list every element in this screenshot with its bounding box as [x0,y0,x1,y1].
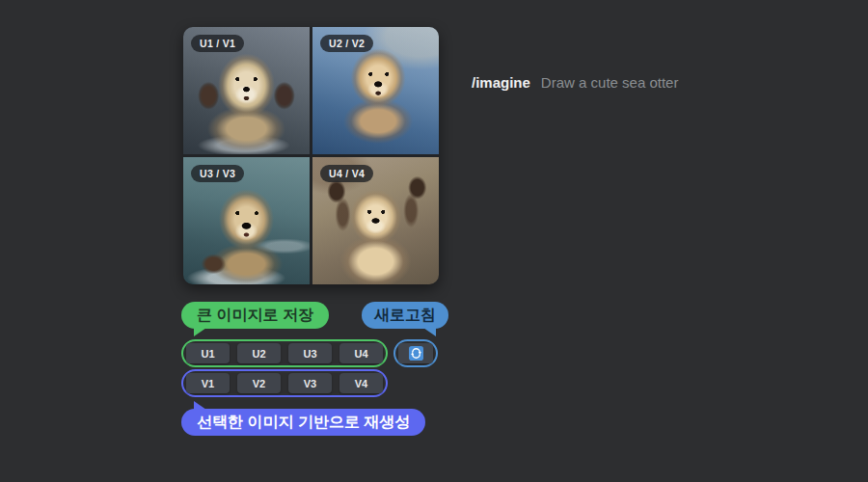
regenerate-callout: 선택한 이미지 기반으로 재생성 [181,409,425,436]
refresh-button-group [393,339,438,367]
image-badge-3: U3 / V3 [191,165,244,182]
prompt-line: /imagine Draw a cute sea otter [472,74,678,91]
prompt-text: Draw a cute sea otter [541,74,679,91]
upscale-button-u1[interactable]: U1 [186,343,230,363]
variation-button-v3[interactable]: V3 [288,373,332,393]
generated-image-2[interactable]: U2 / V2 [312,27,439,154]
upscale-button-u3[interactable]: U3 [288,343,332,363]
refresh-icon [409,346,423,361]
image-grid: U1 / V1 U2 / V2 U3 / V3 U4 / V4 [183,27,439,284]
imagine-command: /imagine [472,74,530,91]
upscale-button-u2[interactable]: U2 [237,343,281,363]
generated-image-3[interactable]: U3 / V3 [183,157,310,284]
image-badge-1: U1 / V1 [191,35,244,52]
canvas: { "prompt": { "command": "/imagine", "te… [0,0,868,482]
save-callout: 큰 이미지로 저장 [181,302,329,329]
image-badge-4: U4 / V4 [320,165,373,182]
image-badge-2: U2 / V2 [320,35,373,52]
variation-button-v2[interactable]: V2 [237,373,281,393]
variation-button-row: V1 V2 V3 V4 [181,369,388,397]
refresh-button[interactable] [398,343,433,363]
generated-image-4[interactable]: U4 / V4 [312,157,439,284]
generated-image-1[interactable]: U1 / V1 [183,27,310,154]
upscale-button-u4[interactable]: U4 [339,343,383,363]
refresh-callout: 새로고침 [362,302,448,329]
variation-button-v1[interactable]: V1 [186,373,230,393]
variation-button-v4[interactable]: V4 [339,373,383,393]
upscale-button-row: U1 U2 U3 U4 [181,339,388,367]
